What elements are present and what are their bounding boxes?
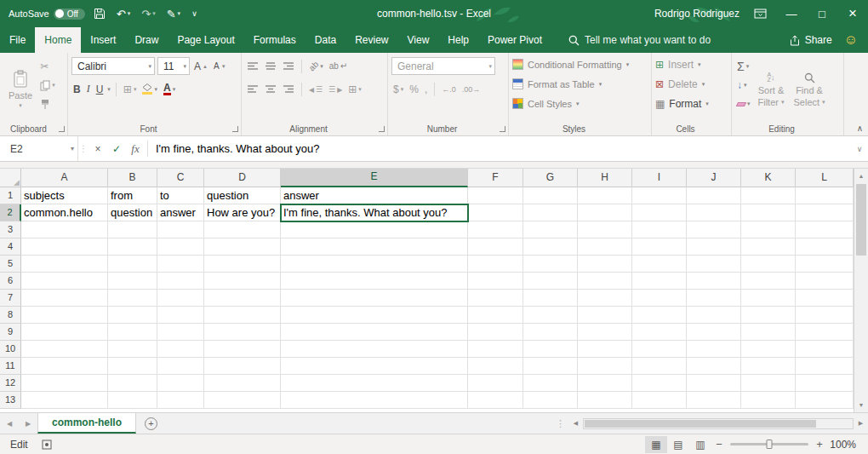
cell-H11[interactable] (578, 358, 632, 375)
cell-G11[interactable] (523, 358, 578, 375)
cell-I6[interactable] (632, 273, 687, 290)
cell-E5[interactable] (281, 256, 468, 273)
row-header-3[interactable]: 3 (0, 221, 21, 238)
cell-H9[interactable] (578, 324, 632, 341)
formula-bar-splitter[interactable]: ⋮ (78, 136, 89, 161)
select-all-button[interactable]: ◢ (0, 169, 21, 187)
font-dialog-launcher[interactable] (232, 126, 238, 132)
cell-E1[interactable]: answer (281, 187, 468, 204)
cell-I10[interactable] (632, 341, 687, 358)
cell-I1[interactable] (632, 187, 687, 204)
cell-H1[interactable] (578, 187, 632, 204)
cell-J9[interactable] (687, 324, 741, 341)
vertical-scrollbar[interactable]: ▲ ▼ (854, 169, 868, 412)
cell-F12[interactable] (468, 375, 523, 392)
close-button[interactable]: × (837, 0, 868, 27)
cell-J12[interactable] (687, 375, 741, 392)
cell-K10[interactable] (741, 341, 796, 358)
cell-K12[interactable] (741, 375, 796, 392)
autosum-button[interactable]: Σ▾ (735, 59, 752, 74)
macro-record-button[interactable] (37, 440, 57, 450)
sheet-nav-right-button[interactable]: ▶ (19, 413, 37, 434)
tab-file[interactable]: File (0, 27, 35, 53)
cell-K2[interactable] (741, 204, 796, 221)
cell-E10[interactable] (281, 341, 468, 358)
cell-F2[interactable] (468, 204, 523, 221)
cell-G3[interactable] (523, 221, 578, 238)
decrease-decimal-button[interactable]: .00→ (460, 82, 483, 97)
cell-E2[interactable]: I'm fine, thanks. What about you? (281, 204, 468, 221)
cell-C6[interactable] (157, 273, 204, 290)
hscroll-left-button[interactable]: ◀ (568, 413, 583, 434)
cell-B8[interactable] (108, 307, 157, 324)
row-header-4[interactable]: 4 (0, 238, 21, 256)
cell-J2[interactable] (687, 204, 741, 221)
new-sheet-button[interactable]: + (145, 417, 157, 430)
cell-D8[interactable] (204, 307, 281, 324)
cell-E11[interactable] (281, 358, 468, 375)
view-page-break-button[interactable]: ▥ (689, 436, 711, 453)
cell-D10[interactable] (204, 341, 281, 358)
tab-draw[interactable]: Draw (125, 27, 168, 53)
cell-F10[interactable] (468, 341, 523, 358)
bold-button[interactable]: B (71, 82, 83, 97)
sort-filter-button[interactable]: AZ↓ Sort & Filter▾ (755, 56, 788, 123)
cell-A6[interactable] (21, 273, 108, 290)
enter-button[interactable]: ✓ (107, 136, 126, 161)
cell-F4[interactable] (468, 238, 523, 256)
tab-help[interactable]: Help (438, 27, 478, 53)
cell-J10[interactable] (687, 341, 741, 358)
cell-K1[interactable] (741, 187, 796, 204)
cell-C8[interactable] (157, 307, 204, 324)
cell-H7[interactable] (578, 290, 632, 307)
sheet-tab-active[interactable]: common-hello (37, 413, 136, 434)
cell-C13[interactable] (157, 392, 204, 409)
cut-button[interactable]: ✂ (38, 59, 57, 74)
cell-L1[interactable] (796, 187, 854, 204)
autosave-toggle[interactable]: AutoSave Off (9, 9, 85, 20)
number-format-select[interactable]: General▾ (391, 57, 495, 75)
merge-center-button[interactable]: ⊞▾ (346, 82, 363, 97)
cell-A11[interactable] (21, 358, 108, 375)
column-header-F[interactable]: F (468, 169, 523, 187)
cell-J8[interactable] (687, 307, 741, 324)
cell-J5[interactable] (687, 256, 741, 273)
name-box[interactable]: E2 ▾ (0, 136, 78, 161)
italic-button[interactable]: I (85, 82, 92, 97)
formula-input[interactable]: I'm fine, thanks. What about you? (151, 136, 851, 161)
underline-button[interactable]: U (94, 82, 106, 97)
cell-K5[interactable] (741, 256, 796, 273)
cell-J7[interactable] (687, 290, 741, 307)
borders-button[interactable]: ⊞▾ (122, 82, 139, 97)
cell-D9[interactable] (204, 324, 281, 341)
cell-B10[interactable] (108, 341, 157, 358)
cell-H4[interactable] (578, 238, 632, 256)
accounting-format-button[interactable]: $▾ (391, 82, 405, 97)
cell-K11[interactable] (741, 358, 796, 375)
fill-button[interactable]: ↓▾ (735, 78, 752, 93)
align-left-button[interactable] (245, 82, 260, 97)
cell-L10[interactable] (796, 341, 854, 358)
cell-L13[interactable] (796, 392, 854, 409)
chevron-down-icon[interactable]: ▾ (107, 86, 111, 93)
cell-L4[interactable] (796, 238, 854, 256)
cell-G8[interactable] (523, 307, 578, 324)
cell-D3[interactable] (204, 221, 281, 238)
tab-data[interactable]: Data (306, 27, 345, 53)
cell-I5[interactable] (632, 256, 687, 273)
cell-C12[interactable] (157, 375, 204, 392)
cell-K13[interactable] (741, 392, 796, 409)
tell-me-search[interactable]: Tell me what you want to do (568, 27, 711, 53)
cancel-button[interactable]: × (89, 136, 107, 161)
format-as-table-button[interactable]: Format as Table ▾ (512, 76, 648, 92)
tab-power-pivot[interactable]: Power Pivot (478, 27, 551, 53)
cell-A10[interactable] (21, 341, 108, 358)
cell-D12[interactable] (204, 375, 281, 392)
cell-L8[interactable] (796, 307, 854, 324)
cell-C11[interactable] (157, 358, 204, 375)
percent-style-button[interactable]: % (408, 82, 420, 97)
cell-A8[interactable] (21, 307, 108, 324)
column-header-H[interactable]: H (578, 169, 632, 187)
scroll-up-button[interactable]: ▲ (854, 169, 868, 183)
cell-D4[interactable] (204, 238, 281, 256)
